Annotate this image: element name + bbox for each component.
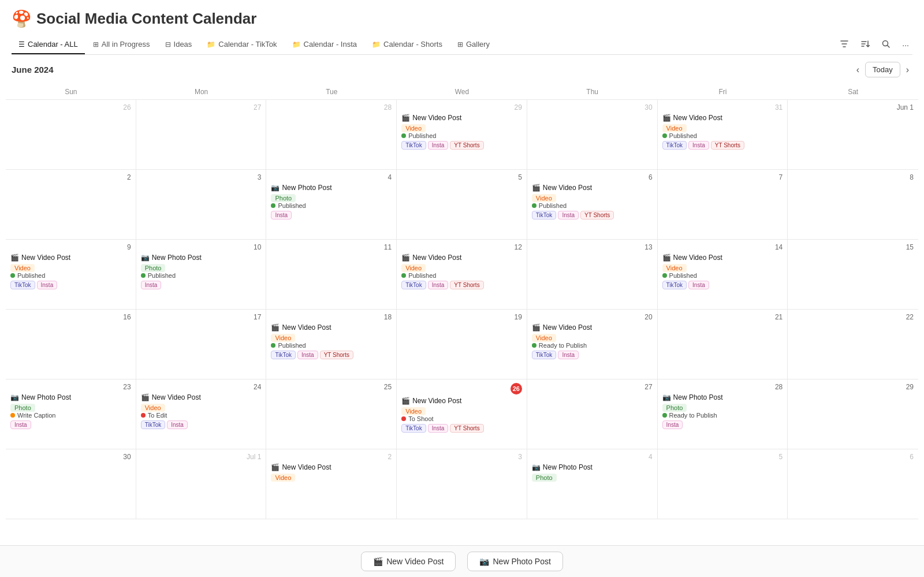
next-month-button[interactable]: › [903,62,912,77]
calendar-cell-1-4[interactable]: 6🎬New Video PostVideoPublishedTikTokInst… [527,170,658,239]
calendar-cell-4-1[interactable]: 24🎬New Video PostVideoTo EditTikTokInsta [136,379,267,449]
tab-calendar-shorts[interactable]: 📁 Calendar - Shorts [365,35,449,54]
event-title: 🎬New Video Post [662,254,783,262]
event-emoji: 📷 [271,184,280,192]
tab-all-in-progress-icon: ⊞ [93,40,99,49]
calendar-cell-2-3[interactable]: 12🎬New Video PostVideoPublishedTikTokIns… [397,240,527,309]
platform-tag: TikTok [271,351,296,359]
calendar-cell-0-2[interactable]: 28 [266,100,397,169]
event-title-text: New Video Post [412,114,461,122]
event-card[interactable]: 🎬New Video PostVideoPublishedTikTokInsta… [532,184,653,219]
event-emoji: 🎬 [401,397,410,405]
event-emoji: 🎬 [10,254,19,262]
calendar-cell-5-3[interactable]: 3 [397,449,527,519]
tab-ideas[interactable]: ⊟ Ideas [158,35,199,54]
tab-calendar-all[interactable]: ☰ Calendar - ALL [12,35,85,54]
calendar-cell-0-4[interactable]: 30 [527,100,658,169]
event-card[interactable]: 📷New Photo PostPhoto [532,463,653,482]
calendar-cell-5-0[interactable]: 30 [6,449,136,519]
platform-tag: TikTok [10,281,35,289]
tab-calendar-insta[interactable]: 📁 Calendar - Insta [285,35,364,54]
day-number: 5 [401,173,522,181]
platform-tag: Insta [10,420,31,429]
calendar-cell-3-4[interactable]: 20🎬New Video PostVideoReady to PublishTi… [527,310,658,379]
event-emoji: 🎬 [662,254,671,262]
calendar-cell-0-6[interactable]: Jun 1 [788,100,918,169]
calendar-cell-4-3[interactable]: 26🎬New Video PostVideoTo ShootTikTokInst… [397,379,527,449]
event-card[interactable]: 🎬New Video PostVideoPublishedTikTokInsta… [662,114,783,150]
calendar-cell-5-6[interactable]: 6 [788,449,918,519]
event-card[interactable]: 🎬New Video PostVideoTo ShootTikTokInstaY… [401,397,522,433]
event-card[interactable]: 🎬New Video PostVideo [271,463,392,482]
day-number: 20 [532,313,653,321]
today-button[interactable]: Today [865,62,900,77]
calendar-cell-5-2[interactable]: 2🎬New Video PostVideo [266,449,397,519]
calendar-cell-5-1[interactable]: Jul 1 [136,449,267,519]
calendar-cell-3-6[interactable]: 22 [788,310,918,379]
event-card[interactable]: 📷New Photo PostPhotoPublishedInsta [271,184,392,219]
day-number: 11 [271,243,392,251]
tab-gallery-label: Gallery [466,40,490,49]
calendar-cell-2-6[interactable]: 15 [788,240,918,309]
status-dot [662,133,667,138]
event-card[interactable]: 🎬New Video PostVideoTo EditTikTokInsta [141,393,262,429]
event-card[interactable]: 🎬New Video PostVideoPublishedTikTokInsta… [401,114,522,150]
calendar-cell-5-5[interactable]: 5 [658,449,788,519]
event-card[interactable]: 🎬New Video PostVideoPublishedTikTokInsta… [271,323,392,359]
day-number: 29 [401,103,522,111]
event-card[interactable]: 🎬New Video PostVideoPublishedTikTokInsta [662,254,783,289]
calendar-cell-2-1[interactable]: 10📷New Photo PostPhotoPublishedInsta [136,240,267,309]
calendar-cell-2-4[interactable]: 13 [527,240,658,309]
calendar-cell-3-0[interactable]: 16 [6,310,136,379]
calendar-cell-4-5[interactable]: 28📷New Photo PostPhotoReady to PublishIn… [658,379,788,449]
more-options-button[interactable]: ··· [899,38,912,52]
event-card[interactable]: 🎬New Video PostVideoPublishedTikTokInsta [10,254,131,289]
calendar-cell-4-4[interactable]: 27 [527,379,658,449]
calendar-cell-2-2[interactable]: 11 [266,240,397,309]
calendar-cell-5-4[interactable]: 4📷New Photo PostPhoto [527,449,658,519]
filter-button[interactable] [836,37,852,53]
calendar-cell-3-1[interactable]: 17 [136,310,267,379]
calendar-cell-3-2[interactable]: 18🎬New Video PostVideoPublishedTikTokIns… [266,310,397,379]
calendar-cell-1-2[interactable]: 4📷New Photo PostPhotoPublishedInsta [266,170,397,239]
calendar-cell-0-5[interactable]: 31🎬New Video PostVideoPublishedTikTokIns… [658,100,788,169]
calendar-cell-0-0[interactable]: 26 [6,100,136,169]
tab-gallery[interactable]: ⊞ Gallery [450,35,497,54]
calendar-cell-0-3[interactable]: 29🎬New Video PostVideoPublishedTikTokIns… [397,100,527,169]
event-card[interactable]: 📷New Photo PostPhotoWrite CaptionInsta [10,393,131,429]
event-title: 📷New Photo Post [141,254,262,262]
prev-month-button[interactable]: ‹ [853,62,863,77]
calendar-cell-4-6[interactable]: 29 [788,379,918,449]
tab-calendar-tiktok[interactable]: 📁 Calendar - TikTok [200,35,284,54]
event-card[interactable]: 📷New Photo PostPhotoReady to PublishInst… [662,393,783,429]
event-title-text: New Video Post [412,397,461,405]
event-card[interactable]: 📷New Photo PostPhotoPublishedInsta [141,254,262,289]
event-card[interactable]: 🎬New Video PostVideoPublishedTikTokInsta… [401,254,522,289]
calendar-cell-0-1[interactable]: 27 [136,100,267,169]
day-number: 25 [271,383,392,391]
calendar-cell-1-0[interactable]: 2 [6,170,136,239]
calendar-cell-2-5[interactable]: 14🎬New Video PostVideoPublishedTikTokIns… [658,240,788,309]
search-button[interactable] [878,37,894,53]
calendar-cell-3-5[interactable]: 21 [658,310,788,379]
event-status-row: Published [401,272,522,279]
event-status-row: Published [662,132,783,139]
calendar-cell-1-6[interactable]: 8 [788,170,918,239]
day-number: 27 [141,103,262,111]
calendar-cell-4-2[interactable]: 25 [266,379,397,449]
calendar-cell-1-5[interactable]: 7 [658,170,788,239]
filter-icon [840,39,849,49]
day-number: 15 [792,243,914,251]
day-number: 3 [401,453,522,461]
tab-all-in-progress[interactable]: ⊞ All in Progress [86,35,157,54]
calendar-cell-3-3[interactable]: 19 [397,310,527,379]
calendar-cell-2-0[interactable]: 9🎬New Video PostVideoPublishedTikTokInst… [6,240,136,309]
calendar-cell-1-3[interactable]: 5 [397,170,527,239]
calendar-cell-1-1[interactable]: 3 [136,170,267,239]
status-dot [10,413,15,418]
calendar-cell-4-0[interactable]: 23📷New Photo PostPhotoWrite CaptionInsta [6,379,136,449]
sort-button[interactable] [857,37,873,53]
platform-tag: TikTok [401,141,426,150]
event-card[interactable]: 🎬New Video PostVideoReady to PublishTikT… [532,323,653,359]
platform-tag: YT Shorts [580,211,614,219]
